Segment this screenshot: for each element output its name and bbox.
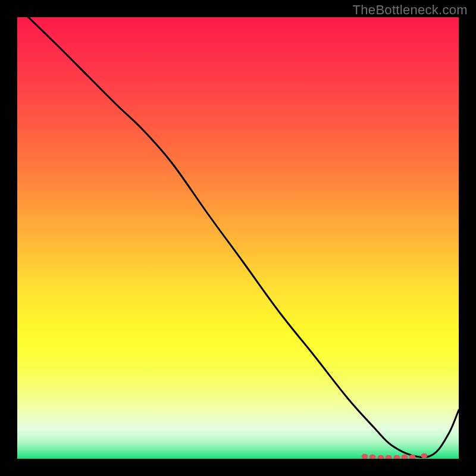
svg-point-1 (369, 455, 376, 459)
svg-point-0 (362, 454, 368, 459)
plot-area (17, 17, 459, 459)
svg-point-5 (402, 455, 408, 459)
svg-point-4 (394, 455, 400, 459)
svg-point-6 (409, 455, 416, 459)
chart-frame: TheBottleneck.com (0, 0, 476, 476)
svg-point-2 (378, 455, 384, 459)
svg-point-7 (421, 453, 428, 459)
svg-point-3 (386, 455, 392, 459)
watermark-text: TheBottleneck.com (353, 2, 468, 18)
trough-markers (17, 17, 459, 459)
